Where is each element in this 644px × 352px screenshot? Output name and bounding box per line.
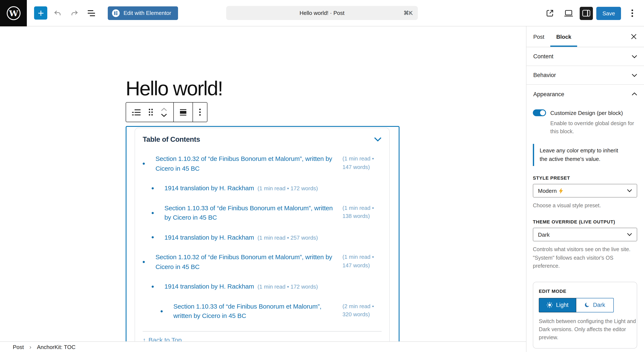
toc-title: Table of Contents — [143, 135, 200, 143]
tab-post-label: Post — [533, 33, 544, 40]
toc-item-content: Section 1.10.33 of “de Finibus Bonorum e… — [173, 302, 382, 321]
chevron-up-icon — [160, 107, 168, 111]
undo-button[interactable] — [50, 5, 65, 21]
bullet-icon — [152, 187, 154, 189]
kebab-menu-icon — [199, 108, 201, 116]
plus-icon — [37, 9, 44, 17]
toc-meta: (2 min read • 320 words) — [342, 302, 382, 319]
moon-icon — [584, 302, 590, 308]
toc-meta: (1 min read • 172 words) — [258, 284, 318, 290]
tab-block[interactable]: Block — [550, 26, 577, 47]
style-preset-select[interactable]: Modern — [533, 184, 637, 198]
edit-mode-light-button[interactable]: Light — [539, 298, 576, 312]
sidebar-tabs: Post Block — [526, 26, 644, 47]
kebab-menu-icon — [631, 9, 633, 17]
panel-behavior-label: Behavior — [533, 72, 556, 78]
toc-item: Section 1.10.32 of “de Finibus Bonorum e… — [143, 252, 382, 272]
external-link-icon — [546, 9, 554, 17]
style-preset-label: STYLE PRESET — [533, 175, 637, 180]
align-button[interactable] — [179, 108, 188, 116]
toc-link[interactable]: 1914 translation by H. Rackham — [164, 184, 254, 192]
drag-dots-icon — [149, 108, 153, 116]
options-menu-button[interactable] — [624, 5, 640, 21]
topbar-right-group: Save — [542, 0, 644, 26]
breadcrumb-block[interactable]: AnchorKit: TOC — [37, 344, 76, 350]
toc-link[interactable]: Section 1.10.32 of “de Finibus Bonorum e… — [156, 252, 336, 272]
list-view-icon — [88, 9, 96, 16]
toc-item: 1914 translation by H. Rackham(1 min rea… — [143, 282, 382, 291]
theme-override-select[interactable]: Dark — [533, 228, 637, 242]
panel-behavior[interactable]: Behavior — [526, 66, 644, 85]
toc-meta: (1 min read • 138 words) — [342, 203, 382, 220]
toc-link[interactable]: Section 1.10.33 of “de Finibus Bonorum e… — [164, 203, 336, 222]
block-toolbar-group-options — [193, 103, 207, 122]
move-up-button[interactable] — [160, 107, 168, 112]
settings-sidebar-toggle[interactable] — [580, 6, 593, 20]
breadcrumb: Post › AnchorKit: TOC — [0, 341, 526, 352]
chevron-down-icon — [160, 113, 168, 117]
toc-item-content: 1914 translation by H. Rackham(1 min rea… — [164, 183, 382, 193]
breadcrumb-post[interactable]: Post — [13, 344, 24, 350]
block-inserter-button[interactable] — [34, 6, 47, 19]
toc-item-content: 1914 translation by H. Rackham(1 min rea… — [164, 233, 382, 242]
panel-content[interactable]: Content — [526, 47, 644, 66]
bullet-icon — [152, 236, 154, 239]
style-preset-help: Choose a visual style preset. — [533, 202, 639, 210]
move-down-button[interactable] — [160, 113, 168, 118]
block-options-button[interactable] — [198, 108, 202, 117]
toc-item-content: Section 1.10.32 of “de Finibus Bonorum e… — [156, 154, 382, 173]
edit-mode-help: Switch between configuring the Light and… — [539, 317, 636, 342]
edit-with-elementor-button[interactable]: Edit with Elementor — [108, 6, 178, 20]
collapse-chevron-icon[interactable] — [374, 137, 382, 142]
toc-item: 1914 translation by H. Rackham(1 min rea… — [143, 233, 382, 242]
edit-with-elementor-label: Edit with Elementor — [124, 10, 171, 16]
toc-link[interactable]: 1914 translation by H. Rackham — [164, 234, 254, 241]
toc-item: Section 1.10.33 of “de Finibus Bonorum e… — [143, 203, 382, 222]
undo-icon — [53, 9, 62, 17]
document-title: Hello world! · Post — [300, 10, 344, 16]
toc-meta: (1 min read • 147 words) — [342, 154, 382, 171]
align-none-icon — [180, 109, 186, 116]
settings-sidebar: Post Block Content Behavior — [526, 26, 644, 352]
save-button[interactable]: Save — [596, 6, 621, 20]
chevron-down-icon — [627, 189, 632, 192]
wordpress-icon: W — [6, 5, 21, 21]
sun-icon — [547, 302, 553, 308]
toc-link[interactable]: 1914 translation by H. Rackham — [164, 283, 254, 290]
appearance-panel-body: Customize Design (per block) Enable to o… — [526, 103, 644, 349]
view-post-button[interactable] — [542, 5, 558, 21]
svg-text:W: W — [9, 8, 18, 18]
preview-device-button[interactable] — [561, 5, 576, 21]
toc-item-content: 1914 translation by H. Rackham(1 min rea… — [164, 282, 382, 291]
toc-divider — [143, 331, 382, 331]
edit-mode-dark-button[interactable]: Dark — [576, 298, 614, 312]
save-label: Save — [602, 10, 615, 16]
toc-header: Table of Contents — [143, 135, 382, 143]
theme-override-label: THEME OVERRIDE (LIVE OUTPUT) — [533, 219, 637, 225]
command-center-search[interactable]: Hello world! · Post ⌘K — [226, 6, 418, 20]
customize-design-row: Customize Design (per block) — [533, 109, 637, 116]
redo-button[interactable] — [67, 5, 82, 21]
edit-mode-card: EDIT MODE Light — [533, 282, 637, 349]
lightning-bolt-icon — [559, 188, 563, 193]
document-overview-button[interactable] — [84, 5, 99, 21]
wordpress-logo[interactable]: W — [0, 0, 27, 26]
close-sidebar-button[interactable] — [628, 31, 640, 42]
panel-appearance[interactable]: Appearance — [526, 85, 644, 103]
panel-content-label: Content — [533, 53, 554, 60]
toggle-knob — [540, 110, 545, 115]
toc-link[interactable]: Section 1.10.33 of “de Finibus Bonorum e… — [173, 302, 336, 321]
top-toolbar: W — [0, 0, 644, 26]
laptop-icon — [564, 9, 574, 17]
block-type-button[interactable] — [131, 108, 142, 116]
tab-post[interactable]: Post — [527, 26, 550, 47]
drag-handle[interactable] — [148, 108, 154, 117]
toc-meta: (1 min read • 147 words) — [342, 252, 382, 269]
inherit-colors-note: Leave any color empty to inherit the act… — [533, 144, 637, 166]
post-title[interactable]: Hello world! — [126, 77, 222, 100]
chevron-down-icon — [632, 73, 637, 77]
customize-design-toggle[interactable] — [533, 109, 546, 116]
block-mover — [160, 107, 168, 118]
toc-link[interactable]: Section 1.10.32 of “de Finibus Bonorum e… — [156, 154, 336, 173]
selected-toc-block[interactable]: Table of Contents Section 1.10.32 of “de… — [126, 126, 400, 352]
